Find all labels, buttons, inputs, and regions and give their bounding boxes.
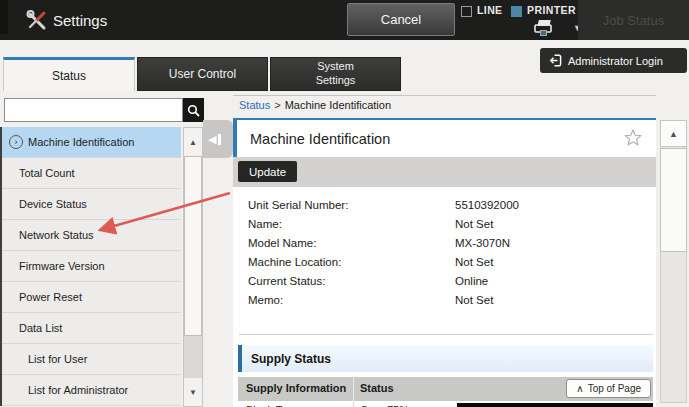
administrator-login-label: Administrator Login (568, 55, 663, 67)
window-edge (0, 0, 8, 34)
sidebar-item-power-reset[interactable]: Power Reset (2, 282, 181, 313)
field-label: Machine Location: (248, 256, 341, 268)
sidebar-item-network-status[interactable]: Network Status (2, 220, 181, 251)
sidebar-scrollbar-thumb[interactable] (184, 156, 202, 336)
panel-header: Machine Identification (233, 118, 656, 157)
sidebar: › Machine Identification Total Count Dev… (0, 95, 233, 407)
scroll-up-icon[interactable]: ▲ (660, 120, 687, 147)
field-machine-location: Machine Location: Not Set (233, 254, 656, 273)
field-value: Not Set (455, 294, 493, 306)
field-memo: Memo: Not Set (233, 292, 656, 311)
printer-icon[interactable] (531, 19, 557, 37)
scroll-up-icon[interactable]: ▲ (184, 128, 202, 156)
breadcrumb-status-link[interactable]: Status (239, 99, 270, 111)
search-icon (187, 104, 200, 117)
field-current-status: Current Status: Online (233, 273, 656, 292)
printer-indicator[interactable] (511, 6, 522, 17)
field-unit-serial-number: Unit Serial Number: 5510392000 (233, 197, 656, 216)
job-status-button[interactable]: Job Status (578, 0, 689, 40)
panel-title: Machine Identification (250, 120, 390, 157)
line-checkbox[interactable] (461, 6, 472, 17)
sidebar-scrollbar[interactable]: ▲ ▼ (183, 127, 203, 407)
sidebar-item-device-status[interactable]: Device Status (2, 189, 181, 220)
column-supply-information: Supply Information (246, 382, 346, 394)
field-name: Name: Not Set (233, 216, 656, 235)
line-label: LINE (477, 4, 503, 16)
sidebar-item-total-count[interactable]: Total Count (2, 158, 181, 189)
search-input[interactable] (4, 98, 183, 122)
tab-bar: Status User Control System Settings Admi… (0, 40, 689, 95)
favorite-star-icon[interactable] (622, 127, 644, 149)
sidebar-item-list-for-user[interactable]: List for User (2, 344, 181, 375)
scroll-down-icon[interactable]: ▼ (184, 378, 202, 406)
table-row-black-toner: Black Toner Over 75% (238, 401, 653, 407)
main-scrollbar[interactable]: ▲ ▼ (658, 95, 689, 407)
main-scrollbar-thumb[interactable] (660, 148, 687, 252)
supply-status-section-header: Supply Status (238, 345, 653, 372)
sidebar-item-list-for-administrator[interactable]: List for Administrator (2, 375, 181, 406)
sidebar-item-data-list[interactable]: Data List (2, 313, 181, 344)
breadcrumb-current: Machine Identification (285, 99, 391, 111)
sidebar-menu: › Machine Identification Total Count Dev… (0, 127, 181, 406)
sidebar-item-firmware-version[interactable]: Firmware Version (2, 251, 181, 282)
field-label: Model Name: (248, 237, 316, 249)
field-model-name: Model Name: MX-3070N (233, 235, 656, 254)
supply-table-header: Supply Information Status ∧ Top of Page (238, 377, 653, 401)
sidebar-item-machine-identification[interactable]: › Machine Identification (2, 127, 181, 158)
toner-level-bar (457, 403, 653, 407)
tools-icon (26, 9, 48, 31)
panel-body: Unit Serial Number: 5510392000 Name: Not… (233, 187, 656, 407)
collapse-bar-icon (218, 134, 221, 145)
toolbar-strip: Update (233, 157, 656, 187)
tab-status[interactable]: Status (3, 57, 135, 91)
top-of-page-label: Top of Page (588, 383, 641, 394)
field-value: Not Set (455, 218, 493, 230)
breadcrumb-separator: > (274, 99, 280, 111)
administrator-login-button[interactable]: Administrator Login (540, 48, 687, 73)
main-content: Status>Machine Identification Machine Id… (233, 95, 656, 407)
page-title: Settings (53, 0, 107, 40)
column-status: Status (360, 382, 394, 394)
cancel-button[interactable]: Cancel (347, 3, 455, 36)
update-button[interactable]: Update (238, 161, 297, 182)
printer-label: PRINTER (527, 4, 576, 16)
field-value: Not Set (455, 256, 493, 268)
column-separator (353, 377, 354, 401)
breadcrumb: Status>Machine Identification (239, 99, 391, 111)
column-separator (353, 401, 354, 407)
collapse-left-icon: ◀ (208, 134, 216, 145)
tab-system-settings[interactable]: System Settings (270, 57, 401, 91)
field-value: 5510392000 (455, 199, 519, 211)
login-icon (549, 54, 562, 67)
section-divider (239, 334, 653, 335)
top-of-page-button[interactable]: ∧ Top of Page (566, 379, 651, 398)
field-value: MX-3070N (455, 237, 510, 249)
field-label: Name: (248, 218, 282, 230)
top-bar: Settings Cancel LINE PRINTER ▼ Job Statu… (0, 0, 689, 40)
tab-user-control[interactable]: User Control (137, 57, 268, 91)
field-label: Current Status: (248, 275, 325, 287)
field-value: Online (455, 275, 488, 287)
settings-page: Settings Cancel LINE PRINTER ▼ Job Statu… (0, 0, 689, 407)
selected-chevron-icon: › (9, 135, 23, 149)
field-label: Unit Serial Number: (248, 199, 348, 211)
field-label: Memo: (248, 294, 283, 306)
search-button[interactable] (183, 98, 204, 122)
caret-up-icon: ∧ (576, 383, 583, 394)
sidebar-collapse-handle[interactable]: ◀ (203, 120, 233, 158)
